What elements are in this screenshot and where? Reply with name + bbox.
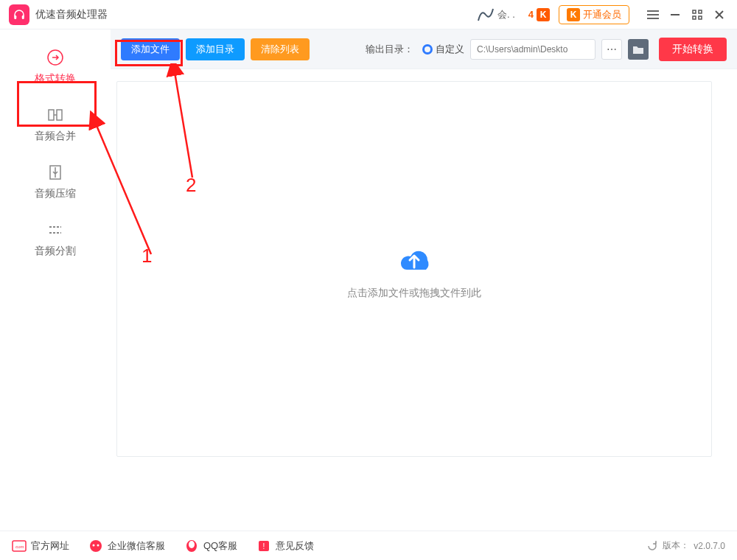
output-path-input[interactable] <box>470 39 595 60</box>
sidebar-item-label: 音频分割 <box>0 245 111 258</box>
svg-point-23 <box>97 544 99 546</box>
version-label: 版本： <box>663 539 689 552</box>
user-badge[interactable]: 会. . <box>477 7 515 22</box>
version-number: v2.0.7.0 <box>694 541 725 551</box>
footer-link-label: 企业微信客服 <box>108 539 165 553</box>
merge-icon <box>45 105 66 125</box>
titlebar: 优速音频处理器 会. . 4 K K 开通会员 <box>0 0 737 29</box>
svg-rect-1 <box>22 15 24 18</box>
convert-icon <box>45 47 66 68</box>
ellipsis-icon: ⋯ <box>607 43 617 55</box>
svg-text:.com: .com <box>14 545 24 549</box>
refresh-icon <box>646 540 658 552</box>
footer-link-wechat[interactable]: 企业微信客服 <box>88 539 165 553</box>
svg-rect-9 <box>699 16 702 19</box>
svg-point-21 <box>90 540 102 552</box>
split-icon <box>45 220 66 240</box>
sidebar-item-label: 音频合并 <box>0 130 111 143</box>
svg-rect-7 <box>699 10 702 13</box>
feedback-icon: ! <box>256 539 271 553</box>
vip-icon: K <box>567 8 580 21</box>
svg-rect-14 <box>57 110 62 120</box>
k-icon: K <box>537 8 550 21</box>
svg-rect-6 <box>693 10 696 13</box>
footer-link-label: QQ客服 <box>203 539 237 553</box>
sidebar-item-label: 格式转换 <box>0 72 111 85</box>
menu-icon[interactable] <box>644 6 662 24</box>
version-info: 版本： v2.0.7.0 <box>646 539 725 552</box>
output-label: 输出目录： <box>366 43 413 56</box>
folder-icon <box>632 44 644 55</box>
footer-link-website[interactable]: .com 官方网址 <box>12 539 69 553</box>
add-file-button[interactable]: 添加文件 <box>121 38 180 60</box>
vip-button[interactable]: K 开通会员 <box>559 5 629 24</box>
content: 添加文件 添加目录 清除列表 输出目录： 自定义 ⋯ 开始转换 <box>111 29 737 531</box>
footer-link-qq[interactable]: QQ客服 <box>184 539 237 553</box>
stage-wrap: 点击添加文件或拖拽文件到此 <box>111 69 737 531</box>
close-icon[interactable] <box>710 6 728 24</box>
browse-button[interactable]: ⋯ <box>601 39 622 60</box>
footer-link-label: 官方网址 <box>31 539 69 553</box>
app-logo <box>9 4 29 25</box>
globe-icon: .com <box>12 539 27 553</box>
svg-rect-8 <box>693 16 696 19</box>
drop-text: 点击添加文件或拖拽文件到此 <box>347 287 481 300</box>
cloud-upload-icon <box>391 238 438 276</box>
main: 格式转换 音频合并 音频压缩 音频分割 添加文件 添加目录 清除列表 <box>0 29 737 531</box>
toolbar: 添加文件 添加目录 清除列表 输出目录： 自定义 ⋯ 开始转换 <box>111 29 737 69</box>
sidebar: 格式转换 音频合并 音频压缩 音频分割 <box>0 29 111 531</box>
sidebar-item-audio-split[interactable]: 音频分割 <box>0 209 111 267</box>
footer-link-feedback[interactable]: ! 意见反馈 <box>256 539 314 553</box>
radio-label: 自定义 <box>436 43 464 56</box>
compress-icon <box>45 162 66 183</box>
footer: .com 官方网址 企业微信客服 QQ客服 ! 意见反馈 版本： v2.0.7.… <box>0 531 737 560</box>
svg-text:!: ! <box>263 542 265 550</box>
sidebar-item-audio-merge[interactable]: 音频合并 <box>0 94 111 152</box>
sidebar-item-audio-compress[interactable]: 音频压缩 <box>0 152 111 209</box>
clear-list-button[interactable]: 清除列表 <box>251 38 310 60</box>
k-num: 4 <box>528 9 534 20</box>
drop-zone[interactable]: 点击添加文件或拖拽文件到此 <box>116 81 712 457</box>
svg-point-25 <box>189 541 195 548</box>
svg-rect-13 <box>49 110 54 120</box>
app-title: 优速音频处理器 <box>35 8 108 21</box>
user-text: 会. . <box>497 8 515 21</box>
minimize-icon[interactable] <box>666 6 684 24</box>
sidebar-item-label: 音频压缩 <box>0 187 111 200</box>
vip-label: 开通会员 <box>583 8 621 21</box>
open-folder-button[interactable] <box>628 39 649 60</box>
start-convert-button[interactable]: 开始转换 <box>659 38 727 61</box>
svg-point-22 <box>93 544 95 546</box>
svg-rect-0 <box>14 15 16 18</box>
qq-icon <box>184 539 199 553</box>
add-folder-button[interactable]: 添加目录 <box>186 38 245 60</box>
radio-icon <box>422 44 433 55</box>
wechat-icon <box>88 539 103 553</box>
output-radio-custom[interactable]: 自定义 <box>422 43 464 56</box>
sidebar-item-format-convert[interactable]: 格式转换 <box>0 37 111 94</box>
footer-link-label: 意见反馈 <box>276 539 314 553</box>
maximize-icon[interactable] <box>688 6 706 24</box>
k-badge[interactable]: 4 K <box>528 8 550 21</box>
